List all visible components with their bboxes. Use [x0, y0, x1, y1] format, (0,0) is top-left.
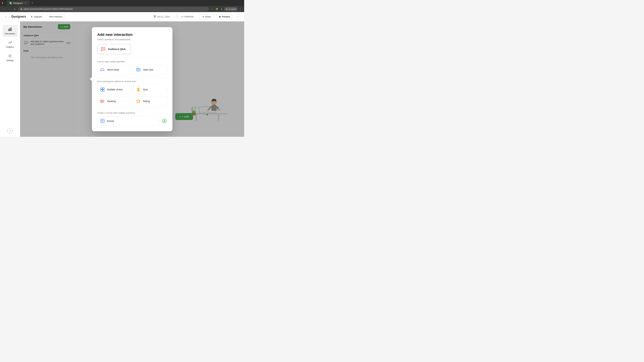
ranking-option[interactable]: Ranking — [97, 96, 131, 106]
incognito-badge: 🕵 Incognito — [224, 7, 238, 11]
word-cloud-icon — [100, 67, 105, 72]
back-nav-button[interactable]: ← — [2, 7, 6, 11]
sidebar-item-analytics[interactable]: Analytics — [2, 38, 18, 50]
modal-divider-1 — [97, 57, 167, 58]
browser-tab[interactable]: S Designers ✕ — [7, 0, 30, 5]
audience-qa-label: Audience Q&A — [108, 48, 126, 50]
svg-point-21 — [103, 48, 103, 49]
analytics-label: Analytics — [6, 46, 14, 48]
app: ← Designers ⬆ Upgrade New interface 📅 Oc… — [0, 12, 244, 137]
modal-divider-2 — [97, 77, 167, 77]
sidebar-item-interactions[interactable]: Interactions — [2, 25, 18, 37]
quiz-option[interactable]: Quiz — [133, 85, 167, 94]
choice-options: Multiple choice Quiz — [97, 85, 167, 106]
more-options-button[interactable]: ··· — [236, 14, 241, 19]
modal-divider-3 — [97, 109, 167, 109]
svg-rect-4 — [10, 28, 10, 31]
survey-section-label: Create a survey with multiple questions — [97, 112, 167, 114]
survey-option[interactable]: Survey — [97, 116, 160, 126]
back-button[interactable]: ← — [3, 14, 9, 19]
share-button[interactable]: ⟲ Share — [200, 14, 214, 19]
audience-qa-icon — [100, 46, 106, 52]
info-icon[interactable]: ℹ — [175, 15, 178, 18]
svg-point-6 — [10, 55, 10, 56]
ranking-icon — [100, 98, 105, 104]
topbar: ← Designers ⬆ Upgrade New interface 📅 Oc… — [0, 12, 244, 21]
svg-rect-3 — [8, 29, 9, 31]
interactions-icon — [8, 27, 12, 31]
modal-overlay[interactable]: Add new interaction Collect questions fr… — [20, 21, 244, 137]
present-button[interactable]: ▶ Present — [216, 14, 233, 19]
tab-title: Designers — [13, 2, 23, 4]
svg-point-37 — [100, 101, 101, 102]
new-tab-button[interactable]: + — [30, 1, 35, 5]
open-text-option[interactable]: Open text — [133, 65, 167, 75]
window-controls — [2, 2, 4, 4]
tab-favicon: S — [10, 2, 12, 4]
share-icon: ⟲ — [202, 15, 204, 18]
svg-rect-30 — [103, 90, 104, 91]
open-ended-options: Word cloud Open text — [97, 65, 167, 75]
multiple-choice-icon — [100, 87, 105, 92]
menu-button[interactable]: ⋮ — [238, 7, 242, 11]
event-id: # # 8664816 — [181, 15, 194, 18]
download-button[interactable]: ⬇ — [220, 7, 224, 11]
reload-button[interactable]: ↻ — [13, 7, 17, 11]
tab-close-button[interactable]: ✕ — [24, 2, 27, 4]
sidebar: Interactions Analytics S — [0, 21, 20, 137]
svg-point-38 — [100, 102, 101, 103]
open-ended-section-label: Ask an open ended question — [97, 60, 167, 63]
browser-chrome: S Designers ✕ + — [0, 0, 244, 6]
page-title: Designers — [12, 15, 26, 18]
svg-rect-28 — [103, 88, 104, 89]
new-interface-button[interactable]: New interface — [47, 14, 64, 19]
divider2 — [196, 15, 197, 18]
modal-title: Add new interaction — [97, 32, 167, 37]
svg-point-22 — [103, 48, 104, 49]
collect-section-label: Collect questions from participants — [97, 38, 167, 41]
sidebar-item-settings[interactable]: Settings — [2, 52, 18, 64]
settings-icon — [8, 54, 12, 58]
svg-rect-5 — [11, 28, 12, 31]
add-interaction-modal: Add new interaction Collect questions fr… — [92, 27, 172, 131]
survey-icon — [100, 118, 105, 124]
quiz-icon — [136, 87, 141, 92]
svg-point-20 — [102, 48, 103, 49]
options-section-label: Give participants options to choose from — [97, 80, 167, 83]
word-cloud-option[interactable]: Word cloud — [97, 65, 131, 75]
upgrade-icon: ⬆ — [31, 15, 33, 18]
forward-nav-button[interactable]: → — [8, 7, 12, 11]
audience-qa-button[interactable]: Audience Q&A — [97, 44, 131, 54]
svg-point-36 — [100, 100, 101, 100]
open-text-icon — [136, 67, 141, 72]
url-bar[interactable]: 🔒 admin.sli.do/event/8GoQ3eqYCVaD6c1SPMV… — [18, 7, 209, 11]
secure-icon: 🔒 — [20, 8, 23, 10]
extension-button[interactable]: 🧩 — [215, 7, 219, 11]
rating-option[interactable]: Rating — [133, 96, 167, 106]
main-area: Interactions Analytics S — [0, 21, 244, 137]
survey-row: Survey — [97, 116, 167, 126]
browser-actions: ☆ 🧩 ⬇ 🕵 Incognito ⋮ — [210, 7, 242, 11]
present-icon: ▶ — [219, 15, 221, 18]
bookmark-button[interactable]: ☆ — [210, 7, 214, 11]
help-button[interactable]: ? — [8, 128, 13, 133]
modal-arrow — [90, 77, 92, 81]
interactions-label: Interactions — [5, 32, 15, 35]
svg-point-0 — [2, 2, 3, 4]
settings-label: Settings — [6, 59, 14, 62]
multiple-choice-option[interactable]: Multiple choice — [97, 85, 131, 94]
event-date: 📅 Oct 11, 2024 — [154, 15, 170, 18]
svg-rect-27 — [101, 88, 102, 89]
survey-premium-badge — [162, 118, 167, 124]
address-bar: ← → ↻ 🔒 admin.sli.do/event/8GoQ3eqYCVaD6… — [0, 6, 244, 12]
rating-icon — [136, 98, 141, 104]
svg-rect-29 — [101, 90, 102, 91]
upgrade-button[interactable]: ⬆ Upgrade — [29, 14, 44, 19]
analytics-icon — [8, 40, 12, 45]
url-text: admin.sli.do/event/8GoQ3eqYCVaD6c1SPMVoE… — [24, 8, 73, 10]
